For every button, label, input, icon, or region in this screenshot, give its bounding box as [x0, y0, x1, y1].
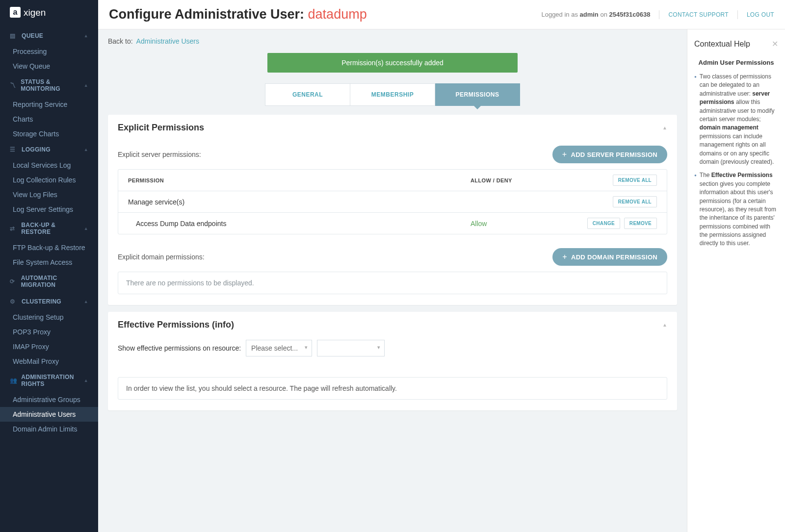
sidebar-item-view-logs[interactable]: View Log Files: [0, 187, 98, 202]
sidebar-item-domain-limits[interactable]: Domain Admin Limits: [0, 422, 98, 436]
list-icon: ☰: [10, 146, 18, 153]
migration-icon: ⟳: [10, 278, 17, 285]
nav-section-backup[interactable]: ⇄BACK-UP & RESTORE▲: [0, 217, 98, 240]
topbar: Configure Administrative User: datadump …: [98, 0, 785, 29]
breadcrumb: Back to: Administrative Users: [108, 37, 677, 45]
nav-section-logging[interactable]: ☰LOGGING▲: [0, 141, 98, 158]
sidebar-item-fs-access[interactable]: File System Access: [0, 255, 98, 270]
svg-text:a: a: [13, 8, 18, 16]
contact-support-link[interactable]: CONTACT SUPPORT: [668, 11, 729, 18]
tab-general[interactable]: GENERAL: [265, 83, 350, 106]
tabs: GENERAL MEMBERSHIP PERMISSIONS: [265, 83, 520, 106]
close-help-icon[interactable]: ✕: [772, 38, 778, 50]
effective-label: Show effective permissions on resource:: [118, 344, 241, 352]
tab-membership[interactable]: MEMBERSHIP: [350, 83, 435, 106]
sidebar-item-cluster-setup[interactable]: Clustering Setup: [0, 310, 98, 325]
domain-perm-label: Explicit domain permissions:: [118, 253, 205, 261]
add-server-permission-button[interactable]: +ADD SERVER PERMISSION: [552, 146, 667, 163]
effective-permissions-panel: Effective Permissions (info)▲ Show effec…: [108, 312, 677, 410]
sidebar-item-local-log[interactable]: Local Services Log: [0, 158, 98, 173]
sidebar: axigen ▤QUEUE▲ Processing View Queue 〽ST…: [0, 0, 98, 532]
add-domain-permission-button[interactable]: +ADD DOMAIN PERMISSION: [552, 248, 667, 266]
perm-child-name: Access Dump Data endpoints: [136, 220, 471, 228]
sidebar-item-storage-charts[interactable]: Storage Charts: [0, 127, 98, 141]
tab-permissions[interactable]: PERMISSIONS: [435, 83, 520, 106]
help-title: Contextual Help: [694, 38, 750, 50]
collapse-icon[interactable]: ▲: [662, 125, 667, 130]
sidebar-item-charts[interactable]: Charts: [0, 112, 98, 127]
explicit-permissions-panel: Explicit Permissions▲ Explicit server pe…: [108, 115, 677, 305]
col-permission: PERMISSION: [128, 177, 471, 183]
contextual-help-panel: Contextual Help✕ Admin User Permissions …: [687, 29, 785, 532]
page-title: Configure Administrative User: datadump: [109, 7, 367, 22]
swap-icon: ⇄: [10, 225, 17, 232]
chart-icon: 〽: [10, 82, 17, 89]
sidebar-item-ftp-backup[interactable]: FTP Back-up & Restore: [0, 240, 98, 255]
collapse-icon[interactable]: ▲: [662, 322, 667, 328]
sidebar-item-processing[interactable]: Processing: [0, 44, 98, 59]
nav-section-migration[interactable]: ⟳AUTOMATIC MIGRATION: [0, 270, 98, 293]
nav-section-admin-rights[interactable]: 👥ADMINISTRATION RIGHTS▲: [0, 369, 98, 392]
sidebar-item-pop3-proxy[interactable]: POP3 Proxy: [0, 325, 98, 339]
nav-section-queue[interactable]: ▤QUEUE▲: [0, 27, 98, 44]
back-link[interactable]: Administrative Users: [136, 37, 199, 45]
server-perm-label: Explicit server permissions:: [118, 151, 201, 158]
sidebar-item-reporting[interactable]: Reporting Service: [0, 97, 98, 112]
help-text: The Effective Permissions section gives …: [700, 171, 778, 248]
cluster-icon: ⚙: [10, 298, 18, 305]
remove-all-group-button[interactable]: REMOVE ALL: [613, 196, 657, 207]
users-icon: 👥: [10, 377, 17, 384]
sidebar-item-log-settings[interactable]: Log Server Settings: [0, 202, 98, 217]
nav-section-status[interactable]: 〽STATUS & MONITORING▲: [0, 74, 98, 97]
login-status: Logged in as admin on 2545f31c0638: [541, 11, 650, 18]
sidebar-item-log-rules[interactable]: Log Collection Rules: [0, 173, 98, 187]
chevron-up-icon: ▲: [84, 299, 88, 304]
help-text: Two classes of permissions can be delega…: [700, 73, 778, 166]
explicit-title: Explicit Permissions: [118, 123, 204, 133]
col-allow-deny: ALLOW / DENY: [471, 177, 559, 183]
server-permissions-table: PERMISSION ALLOW / DENY REMOVE ALL Manag…: [118, 169, 667, 234]
remove-button[interactable]: REMOVE: [624, 218, 657, 229]
resource-value-select[interactable]: [317, 340, 385, 356]
queue-icon: ▤: [10, 32, 18, 39]
chevron-up-icon: ▲: [84, 33, 88, 38]
nav-section-clustering[interactable]: ⚙CLUSTERING▲: [0, 293, 98, 310]
remove-all-header-button[interactable]: REMOVE ALL: [613, 175, 657, 186]
resource-type-select[interactable]: Please select...: [246, 340, 312, 356]
chevron-up-icon: ▲: [84, 378, 88, 383]
perm-status: Allow: [471, 220, 559, 228]
plus-icon: +: [562, 150, 567, 159]
table-row: Manage service(s) REMOVE ALL: [118, 191, 667, 213]
svg-text:xigen: xigen: [24, 7, 46, 18]
sidebar-item-webmail-proxy[interactable]: WebMail Proxy: [0, 354, 98, 369]
help-heading: Admin User Permissions: [694, 58, 778, 68]
chevron-up-icon: ▲: [84, 226, 88, 231]
success-alert: Permission(s) successfully added: [267, 53, 518, 73]
effective-info: In order to view the list, you should se…: [118, 377, 667, 400]
sidebar-item-admin-users[interactable]: Administrative Users: [0, 407, 98, 422]
domain-permissions-empty: There are no permissions to be displayed…: [118, 272, 667, 294]
plus-icon: +: [562, 253, 567, 261]
sidebar-item-view-queue[interactable]: View Queue: [0, 59, 98, 74]
chevron-up-icon: ▲: [84, 83, 88, 88]
chevron-up-icon: ▲: [84, 147, 88, 152]
change-button[interactable]: CHANGE: [587, 218, 620, 229]
sidebar-item-imap-proxy[interactable]: IMAP Proxy: [0, 339, 98, 354]
logo: axigen: [0, 0, 98, 27]
effective-title: Effective Permissions (info): [118, 320, 234, 330]
sidebar-item-admin-groups[interactable]: Administrative Groups: [0, 392, 98, 407]
perm-group-name: Manage service(s): [128, 198, 471, 206]
table-row: Access Dump Data endpoints Allow CHANGE …: [118, 213, 667, 234]
logout-link[interactable]: LOG OUT: [747, 11, 774, 18]
